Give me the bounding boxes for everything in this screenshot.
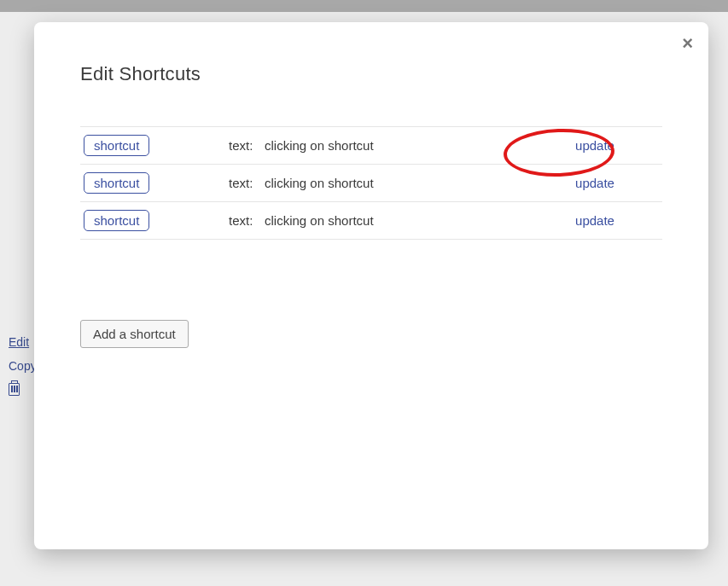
trash-icon[interactable] [9, 383, 20, 396]
edit-shortcuts-modal: × Edit Shortcuts shortcut text: clicking… [34, 22, 708, 549]
side-action-links: Edit Copy [9, 335, 37, 398]
close-icon[interactable]: × [682, 34, 693, 53]
window-top-bar [0, 0, 728, 12]
text-label: text: [229, 213, 265, 228]
shortcut-cell: shortcut [84, 138, 229, 154]
update-link[interactable]: update [531, 176, 659, 190]
edit-link[interactable]: Edit [9, 335, 37, 349]
update-link[interactable]: update [531, 213, 659, 228]
text-label: text: [229, 176, 265, 190]
text-label: text: [229, 138, 265, 153]
shortcut-cell: shortcut [84, 213, 229, 229]
shortcut-row: shortcut text: clicking on shortcut upda… [80, 202, 662, 240]
modal-title: Edit Shortcuts [80, 63, 662, 85]
update-link[interactable]: update [531, 138, 659, 153]
shortcut-cell: shortcut [84, 176, 229, 191]
shortcut-row: shortcut text: clicking on shortcut upda… [80, 127, 662, 165]
shortcut-list: shortcut text: clicking on shortcut upda… [80, 126, 662, 240]
shortcut-badge[interactable]: shortcut [84, 210, 149, 231]
modal-content: Edit Shortcuts shortcut text: clicking o… [34, 22, 708, 348]
add-shortcut-button[interactable]: Add a shortcut [80, 320, 189, 348]
text-value: clicking on shortcut [265, 176, 531, 190]
text-value: clicking on shortcut [265, 213, 531, 228]
shortcut-badge[interactable]: shortcut [84, 172, 149, 194]
text-value: clicking on shortcut [265, 138, 531, 153]
shortcut-badge[interactable]: shortcut [84, 135, 149, 156]
copy-link[interactable]: Copy [9, 359, 37, 373]
shortcut-row: shortcut text: clicking on shortcut upda… [80, 165, 662, 202]
